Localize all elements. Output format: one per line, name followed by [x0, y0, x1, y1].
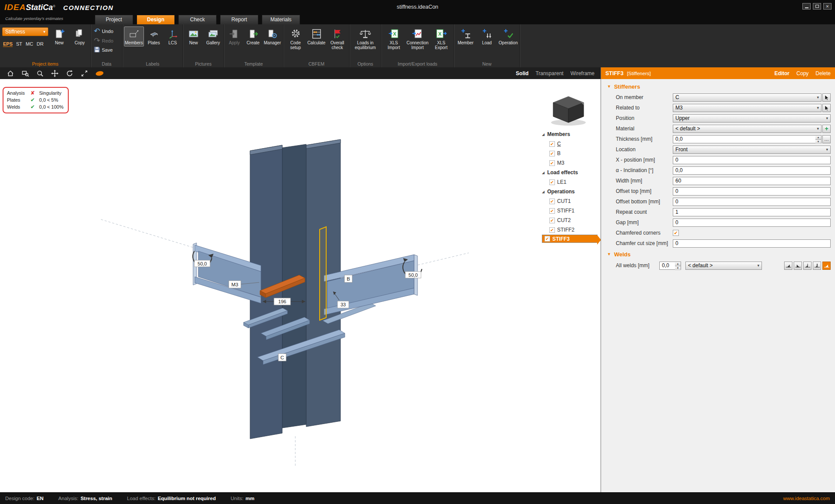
offset-bottom-input[interactable]: 0 [673, 198, 831, 206]
3d-scene[interactable]: 50,0 50,0 196 [0, 79, 601, 492]
template-create-button[interactable]: Create [244, 27, 262, 46]
fillet-weld-rear-icon[interactable] [794, 262, 802, 270]
tree-section-operations[interactable]: ◢Operations [542, 187, 598, 196]
checkbox-checked-icon[interactable] [549, 141, 555, 147]
tree-item-cut2[interactable]: CUT2 [542, 216, 598, 225]
spin-up-icon[interactable]: ▲ [675, 262, 681, 266]
checkbox-checked-icon[interactable] [549, 179, 555, 185]
selected-stiffener-highlight[interactable] [320, 227, 326, 320]
pick-member-button[interactable] [822, 93, 831, 102]
double-fillet-weld-icon[interactable] [803, 262, 812, 270]
overall-check-button[interactable]: Overall check [327, 27, 347, 51]
selected-weld-type-icon[interactable] [822, 262, 831, 270]
tree-item-c[interactable]: C [542, 139, 598, 149]
undo-button[interactable]: ↶Undo [94, 27, 120, 35]
connection-import-button[interactable]: Connection Import [406, 27, 429, 51]
mode-dr-button[interactable]: DR [37, 41, 43, 47]
repeat-count-input[interactable]: 1 [673, 208, 831, 216]
picture-new-button[interactable]: New [184, 27, 203, 46]
picture-gallery-button[interactable]: Gallery [204, 27, 222, 46]
spin-up-icon[interactable]: ▲ [815, 136, 821, 139]
new-member-button[interactable]: Member [456, 27, 476, 46]
x-position-input[interactable]: 0 [673, 156, 831, 164]
tree-item-stiff1[interactable]: STIFF1 [542, 206, 598, 216]
maximize-button[interactable] [813, 3, 821, 10]
checkbox-checked-icon[interactable] [549, 208, 555, 214]
pan-button[interactable] [50, 69, 59, 78]
tab-check[interactable]: Check [178, 15, 217, 24]
add-material-button[interactable]: + [822, 125, 831, 133]
location-select[interactable]: Front▾ [673, 146, 831, 154]
tree-item-stiff2[interactable]: STIFF2 [542, 225, 598, 235]
view-mode-solid[interactable]: Solid [516, 70, 528, 76]
xls-import-button[interactable]: X XLS Import [383, 27, 405, 51]
gap-input[interactable]: 0 [673, 219, 831, 227]
section-stiffeners[interactable]: ▼Stiffeners [601, 81, 835, 92]
save-button[interactable]: Save [94, 46, 120, 53]
3d-viewport[interactable]: 50,0 50,0 196 [0, 79, 601, 492]
section-welds[interactable]: ▼Welds [601, 249, 835, 260]
zoom-button[interactable] [36, 69, 44, 78]
tab-design[interactable]: Design [137, 15, 175, 24]
new-project-item-button[interactable]: New [50, 27, 69, 47]
offset-top-input[interactable]: 0 [673, 187, 831, 196]
related-to-select[interactable]: M3▾ [673, 104, 822, 112]
copy-operation-button[interactable]: Copy [796, 70, 808, 76]
material-select[interactable]: < default >▾ [673, 125, 822, 133]
website-link[interactable]: www.ideastatica.com [783, 496, 830, 501]
rotate-view-button[interactable] [65, 69, 74, 78]
calculate-button[interactable]: Calculate [307, 27, 327, 51]
thickness-stepper[interactable]: ▲▼ [815, 135, 822, 143]
view-mode-transparent[interactable]: Transparent [535, 70, 563, 76]
weld-size-stepper[interactable]: ▲▼ [675, 262, 681, 270]
tab-materials[interactable]: Materials [262, 15, 300, 24]
xls-export-button[interactable]: X XLS Export [430, 27, 452, 51]
zoom-window-button[interactable] [21, 69, 30, 78]
redo-button[interactable]: ↷Redo [94, 37, 120, 44]
editor-button[interactable]: Editor [775, 70, 790, 76]
loads-in-equilibrium-toggle[interactable]: Loads in equilibrium [352, 27, 379, 51]
copy-project-item-button[interactable]: Copy [70, 27, 89, 47]
mode-mc-button[interactable]: MC [26, 41, 33, 47]
tree-item-m3[interactable]: M3 [542, 158, 598, 168]
all-welds-size-input[interactable]: 0,0 [659, 262, 675, 270]
delete-operation-button[interactable]: Delete [815, 70, 831, 76]
width-input[interactable]: 60 [673, 177, 831, 185]
checkbox-checked-icon[interactable] [549, 160, 555, 166]
new-operation-button[interactable]: Operation [498, 27, 518, 46]
tree-item-le1[interactable]: LE1 [542, 177, 598, 187]
pick-related-member-button[interactable] [822, 104, 831, 112]
checkbox-checked-icon[interactable] [549, 199, 555, 204]
tree-item-cut1[interactable]: CUT1 [542, 196, 598, 206]
butt-weld-icon[interactable] [813, 262, 821, 270]
minimize-button[interactable] [802, 3, 811, 10]
tree-section-members[interactable]: ◢Members [542, 129, 598, 139]
close-button[interactable]: ✕ [823, 3, 832, 10]
fit-view-button[interactable] [80, 69, 89, 78]
checkbox-checked-icon[interactable] [544, 236, 550, 242]
checkbox-checked-icon[interactable] [549, 227, 555, 233]
code-setup-button[interactable]: Code setup [286, 27, 306, 51]
labels-members-toggle[interactable]: Members [124, 27, 144, 46]
checkbox-checked-icon[interactable] [549, 218, 555, 223]
tab-report[interactable]: Report [220, 15, 258, 24]
navigation-cube[interactable] [544, 91, 592, 129]
view-mode-wireframe[interactable]: Wireframe [571, 70, 595, 76]
clip-tool-icon[interactable] [95, 69, 104, 78]
template-apply-button[interactable]: Apply [225, 27, 243, 46]
template-manager-button[interactable]: Manager [263, 27, 282, 46]
home-view-button[interactable] [6, 69, 15, 78]
spin-down-icon[interactable]: ▼ [815, 139, 821, 144]
on-member-select[interactable]: C▾ [673, 93, 822, 102]
chamfered-corners-checkbox[interactable] [673, 230, 679, 236]
tree-section-load-effects[interactable]: ◢Load effects [542, 168, 598, 177]
thickness-more-button[interactable]: … [822, 135, 831, 143]
tab-project[interactable]: Project [95, 15, 133, 24]
weld-material-select[interactable]: < default >▾ [685, 262, 762, 270]
position-select[interactable]: Upper▾ [673, 114, 831, 123]
inclination-input[interactable]: 0,0 [673, 166, 831, 175]
tree-item-stiff3-selected[interactable]: STIFF3 [542, 235, 598, 243]
analysis-type-dropdown[interactable]: Stiffness ▾ [2, 27, 48, 36]
chamfer-cut-size-input[interactable]: 0 [673, 239, 831, 248]
tree-item-b[interactable]: B [542, 149, 598, 158]
